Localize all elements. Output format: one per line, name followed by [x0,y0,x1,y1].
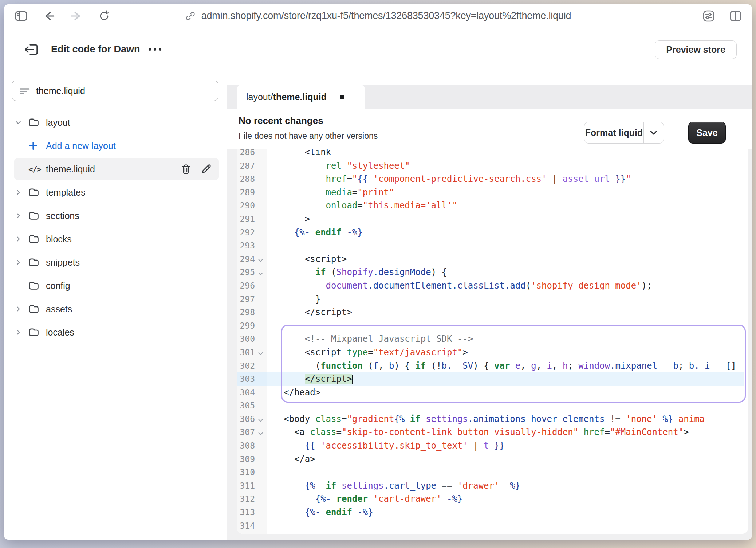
code-line-302[interactable]: 302 (function (f, b) { if (!b.__SV) { va… [237,359,748,373]
sidebar-toggle-icon[interactable] [15,9,28,23]
item-label: config [46,281,70,291]
chevron-right-icon[interactable] [15,189,28,196]
code-line-296[interactable]: 296 document.documentElement.classList.a… [237,279,748,293]
code-line-298[interactable]: 298 </script> [237,306,748,319]
code-line-305[interactable]: 305 [237,399,748,412]
code-editor[interactable]: 286 <link287 rel="stylesheet"288 href="{… [237,149,748,534]
link-icon [185,11,196,21]
chevron-down-icon[interactable] [643,122,664,143]
editor-panel: layout/theme.liquid No recent changes Fi… [227,71,752,540]
code-line-290[interactable]: 290 onload="this.media='all'" [237,199,748,212]
code-text: {%- render 'cart-drawer' -%} [267,492,462,506]
forward-icon[interactable] [70,9,83,23]
line-number: 293 [237,239,267,253]
sidebar-item-config[interactable]: config [4,274,227,297]
sidebar-item-add-new-layout[interactable]: Add a new layout [4,134,227,157]
code-line-297[interactable]: 297 } [237,293,748,306]
exit-editor-icon[interactable] [23,40,41,59]
back-icon[interactable] [42,9,55,23]
chevron-right-icon[interactable] [15,259,28,266]
line-number: 288 [237,172,267,186]
line-number: 303 [237,372,267,386]
save-button[interactable]: Save [688,122,726,144]
code-text: <!-- Mixpanel Javascript SDK --> [267,332,473,346]
code-line-299[interactable]: 299 [237,319,748,333]
code-line-308[interactable]: 308 {{ 'accessibility.skip_to_text' | t … [237,439,748,453]
sidebar-item-locales[interactable]: locales [4,321,227,344]
code-line-304[interactable]: 304</head> [237,386,748,399]
sidebar-item-theme-liquid[interactable]: </>theme.liquid [4,157,227,181]
code-line-291[interactable]: 291 > [237,212,748,226]
line-number: 297 [237,293,267,306]
status-subtitle: File does not have any other versions [239,131,378,141]
code-line-315[interactable]: 315 <script src="{{ 'global.js' | asset_… [237,532,748,534]
fold-chevron-icon[interactable] [255,259,266,262]
code-line-287[interactable]: 287 rel="stylesheet" [237,159,748,173]
tab-theme-liquid[interactable]: layout/theme.liquid [237,85,365,109]
code-text: onload="this.media='all'" [267,199,457,212]
code-line-311[interactable]: 311 {%- if settings.cart_type == 'drawer… [237,479,748,493]
sidebar-item-blocks[interactable]: blocks [4,227,227,251]
code-line-300[interactable]: 300 <!-- Mixpanel Javascript SDK --> [237,332,748,346]
chevron-right-icon[interactable] [15,235,28,243]
app-header: Edit code for Dawn Preview store [4,27,752,72]
file-filter-input[interactable]: theme.liquid [12,81,218,101]
code-text: </a> [267,453,315,466]
code-text: <script type="text/javascript"> [267,346,468,359]
chevron-right-icon[interactable] [15,212,28,219]
sidebar-item-sections[interactable]: sections [4,204,227,227]
code-line-314[interactable]: 314 [237,519,748,533]
address-bar[interactable]: admin.shopify.com/store/rzq1xu-f5/themes… [185,4,571,27]
code-line-288[interactable]: 288 href="{{ 'component-predictive-searc… [237,172,748,186]
more-options-icon[interactable] [149,27,161,71]
file-sidebar: theme.liquid layoutAdd a new layout</>th… [4,71,227,540]
sidebar-item-templates[interactable]: templates [4,181,227,204]
code-text: {%- endif -%} [267,506,373,519]
code-line-313[interactable]: 313 {%- endif -%} [237,506,748,519]
code-text [267,519,284,533]
code-line-289[interactable]: 289 media="print" [237,186,748,199]
chevron-right-icon[interactable] [15,329,28,336]
sidebar-item-assets[interactable]: assets [4,297,227,321]
line-number: 307 [237,426,267,439]
code-text: href="{{ 'component-predictive-search.cs… [267,172,631,186]
sidebar-item-snippets[interactable]: snippets [4,251,227,274]
code-line-306[interactable]: 306<body class="gradient{% if settings.a… [237,412,748,426]
rename-file-icon[interactable] [201,164,211,174]
code-line-295[interactable]: 295 if (Shopify.designMode) { [237,266,748,279]
fold-chevron-icon[interactable] [255,432,266,436]
delete-file-icon[interactable] [181,164,191,175]
fold-chevron-icon[interactable] [255,352,266,356]
reload-icon[interactable] [98,9,111,23]
format-liquid-button[interactable]: Format liquid [584,122,664,144]
filter-value: theme.liquid [36,86,85,96]
code-line-292[interactable]: 292 {%- endif -%} [237,226,748,239]
split-view-icon[interactable] [729,9,742,23]
chevron-right-icon[interactable] [15,305,28,313]
page-settings-icon[interactable] [702,9,715,23]
code-text [267,319,284,333]
code-line-310[interactable]: 310 [237,466,748,479]
code-line-309[interactable]: 309 </a> [237,453,748,466]
line-number: 313 [237,506,267,519]
code-line-293[interactable]: 293 [237,239,748,253]
code-line-286[interactable]: 286 <link [237,149,748,159]
sidebar-item-layout[interactable]: layout [4,111,227,134]
code-line-301[interactable]: 301 <script type="text/javascript"> [237,346,748,359]
code-line-312[interactable]: 312 {%- render 'cart-drawer' -%} [237,492,748,506]
fold-chevron-icon[interactable] [255,272,266,276]
preview-store-button[interactable]: Preview store [655,40,737,59]
code-lines: 286 <link287 rel="stylesheet"288 href="{… [237,149,748,534]
line-number: 306 [237,412,267,426]
line-number: 294 [237,253,267,266]
code-text: > [267,212,310,226]
fold-chevron-icon[interactable] [255,419,266,422]
editor-content-background: 286 <link287 rel="stylesheet"288 href="{… [227,149,752,540]
code-line-303[interactable]: 303 </script> [237,372,748,386]
line-number: 299 [237,319,267,333]
code-line-294[interactable]: 294 <script> [237,253,748,266]
code-text: (function (f, b) { if (!b.__SV) { var e,… [267,359,736,373]
line-number: 305 [237,399,267,412]
chevron-down-icon[interactable] [15,119,28,126]
code-line-307[interactable]: 307 <a class="skip-to-content-link butto… [237,426,748,439]
